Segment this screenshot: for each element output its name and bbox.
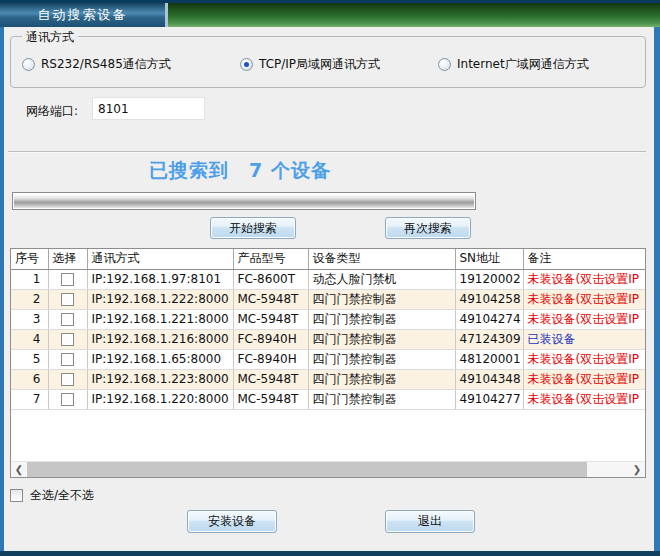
radio-button-icon[interactable] xyxy=(240,58,253,71)
scrollbar-thumb[interactable] xyxy=(27,462,587,477)
scroll-right-icon[interactable]: ❯ xyxy=(629,462,645,477)
dialog-border-bottom xyxy=(0,551,660,556)
column-header-model[interactable]: 产品型号 xyxy=(233,249,308,269)
row-model-cell: MC-5948T xyxy=(233,309,308,329)
radio-label: TCP/IP局域网通讯方式 xyxy=(259,56,380,73)
start-search-button[interactable]: 开始搜索 xyxy=(210,217,296,239)
search-again-button[interactable]: 再次搜索 xyxy=(385,217,471,239)
row-model-cell: FC-8940H xyxy=(233,329,308,349)
row-index-cell: 5 xyxy=(11,349,48,369)
dialog-title-tab: 自动搜索设备 xyxy=(0,3,165,27)
row-select-cell[interactable] xyxy=(48,329,87,349)
row-select-cell[interactable] xyxy=(48,309,87,329)
select-all-label: 全选/全不选 xyxy=(30,487,94,504)
row-index-cell: 1 xyxy=(11,269,48,289)
row-select-cell[interactable] xyxy=(48,369,87,389)
row-select-cell[interactable] xyxy=(48,349,87,369)
row-index-cell: 3 xyxy=(11,309,48,329)
row-remark-cell: 未装设备(双击设置IP xyxy=(523,369,645,389)
row-checkbox[interactable] xyxy=(61,393,74,406)
row-model-cell: MC-5948T xyxy=(233,389,308,409)
select-all-toggle[interactable]: 全选/全不选 xyxy=(10,487,94,504)
row-type-cell: 四门门禁控制器 xyxy=(308,349,455,369)
row-remark-cell: 未装设备(双击设置IP xyxy=(523,349,645,369)
row-sn-cell: 48120001 xyxy=(455,349,523,369)
column-header-sn[interactable]: SN地址 xyxy=(455,249,523,269)
search-status-text: 已搜索到 7 个设备 xyxy=(0,158,480,184)
radio-option-internet-wan[interactable]: Internet广域网通信方式 xyxy=(438,57,589,71)
column-header-index[interactable]: 序号 xyxy=(11,249,48,269)
radio-label: RS232/RS485通信方式 xyxy=(41,56,171,73)
table-row[interactable]: 6IP:192.168.1.223:8000MC-5948T四门门禁控制器491… xyxy=(11,369,645,389)
row-index-cell: 4 xyxy=(11,329,48,349)
table-row[interactable]: 1IP:192.168.1.97:8101FC-8600T动态人脸门禁机1912… xyxy=(11,269,645,289)
dialog-title: 自动搜索设备 xyxy=(38,6,128,24)
row-type-cell: 四门门禁控制器 xyxy=(308,389,455,409)
row-remark-cell: 未装设备(双击设置IP xyxy=(523,389,645,409)
exit-button[interactable]: 退出 xyxy=(385,510,475,533)
auto-search-device-dialog: 自动搜索设备 通讯方式 RS232/RS485通信方式 TCP/IP局域网通讯方… xyxy=(0,0,660,556)
column-header-type[interactable]: 设备类型 xyxy=(308,249,455,269)
row-sn-cell: 49104348 xyxy=(455,369,523,389)
radio-option-rs232[interactable]: RS232/RS485通信方式 xyxy=(22,57,171,71)
device-table-body: 1IP:192.168.1.97:8101FC-8600T动态人脸门禁机1912… xyxy=(11,269,645,409)
row-index-cell: 2 xyxy=(11,289,48,309)
row-sn-cell: 49104258 xyxy=(455,289,523,309)
install-device-button[interactable]: 安装设备 xyxy=(187,510,277,533)
scroll-left-icon[interactable]: ❮ xyxy=(11,462,27,477)
row-comm-cell: IP:192.168.1.222:8000 xyxy=(87,289,233,309)
row-sn-cell: 49104277 xyxy=(455,389,523,409)
row-sn-cell: 49104274 xyxy=(455,309,523,329)
row-comm-cell: IP:192.168.1.223:8000 xyxy=(87,369,233,389)
radio-button-icon[interactable] xyxy=(22,58,35,71)
table-row[interactable]: 5IP:192.168.1.65:8000FC-8940H四门门禁控制器4812… xyxy=(11,349,645,369)
row-remark-cell: 未装设备(双击设置IP xyxy=(523,309,645,329)
row-checkbox[interactable] xyxy=(61,333,74,346)
table-empty-area xyxy=(11,410,645,462)
radio-option-tcpip-lan[interactable]: TCP/IP局域网通讯方式 xyxy=(240,57,380,71)
row-comm-cell: IP:192.168.1.221:8000 xyxy=(87,309,233,329)
table-row[interactable]: 2IP:192.168.1.222:8000MC-5948T四门门禁控制器491… xyxy=(11,289,645,309)
select-all-checkbox[interactable] xyxy=(10,489,23,502)
row-index-cell: 6 xyxy=(11,369,48,389)
row-select-cell[interactable] xyxy=(48,289,87,309)
row-checkbox[interactable] xyxy=(61,353,74,366)
search-progress-bar xyxy=(12,192,476,210)
table-row[interactable]: 7IP:192.168.1.220:8000MC-5948T四门门禁控制器491… xyxy=(11,389,645,409)
table-row[interactable]: 3IP:192.168.1.221:8000MC-5948T四门门禁控制器491… xyxy=(11,309,645,329)
row-remark-cell: 未装设备(双击设置IP xyxy=(523,269,645,289)
row-model-cell: MC-5948T xyxy=(233,369,308,389)
row-remark-cell: 未装设备(双击设置IP xyxy=(523,289,645,309)
row-model-cell: FC-8600T xyxy=(233,269,308,289)
row-sn-cell: 47124309 xyxy=(455,329,523,349)
row-comm-cell: IP:192.168.1.220:8000 xyxy=(87,389,233,409)
network-port-input[interactable] xyxy=(92,97,205,120)
column-header-comm[interactable]: 通讯方式 xyxy=(87,249,233,269)
row-sn-cell: 19120002 xyxy=(455,269,523,289)
row-select-cell[interactable] xyxy=(48,389,87,409)
row-checkbox[interactable] xyxy=(61,373,74,386)
row-select-cell[interactable] xyxy=(48,269,87,289)
column-header-remark[interactable]: 备注 xyxy=(523,249,645,269)
device-table: 序号 选择 通讯方式 产品型号 设备类型 SN地址 备注 1IP:192.168… xyxy=(10,248,646,478)
row-checkbox[interactable] xyxy=(61,293,74,306)
table-row[interactable]: 4IP:192.168.1.216:8000FC-8940H四门门禁控制器471… xyxy=(11,329,645,349)
network-port-label: 网络端口: xyxy=(26,103,78,120)
row-remark-cell: 已装设备 xyxy=(523,329,645,349)
row-checkbox[interactable] xyxy=(61,273,74,286)
row-comm-cell: IP:192.168.1.65:8000 xyxy=(87,349,233,369)
horizontal-scrollbar[interactable]: ❮ ❯ xyxy=(11,461,645,477)
header-green-bar xyxy=(168,3,660,27)
column-header-select[interactable]: 选择 xyxy=(48,249,87,269)
comm-method-group-label: 通讯方式 xyxy=(22,29,78,46)
row-model-cell: FC-8940H xyxy=(233,349,308,369)
radio-button-icon[interactable] xyxy=(438,58,451,71)
row-checkbox[interactable] xyxy=(61,313,74,326)
search-progress-fill xyxy=(14,194,474,208)
row-type-cell: 动态人脸门禁机 xyxy=(308,269,455,289)
row-comm-cell: IP:192.168.1.97:8101 xyxy=(87,269,233,289)
scrollbar-track[interactable] xyxy=(587,462,629,477)
row-type-cell: 四门门禁控制器 xyxy=(308,309,455,329)
dialog-border-right xyxy=(654,27,660,556)
row-type-cell: 四门门禁控制器 xyxy=(308,289,455,309)
